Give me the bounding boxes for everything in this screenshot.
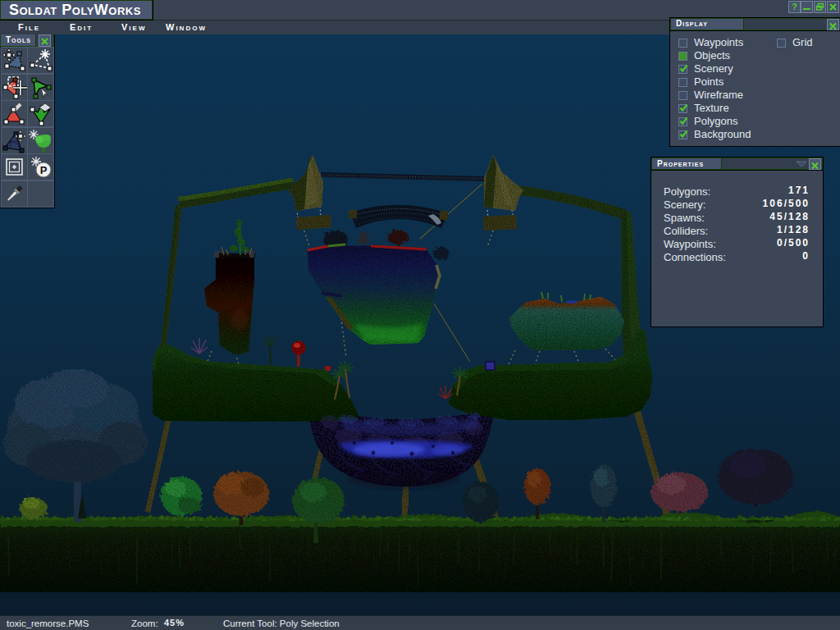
svg-text:P: P bbox=[40, 164, 48, 176]
